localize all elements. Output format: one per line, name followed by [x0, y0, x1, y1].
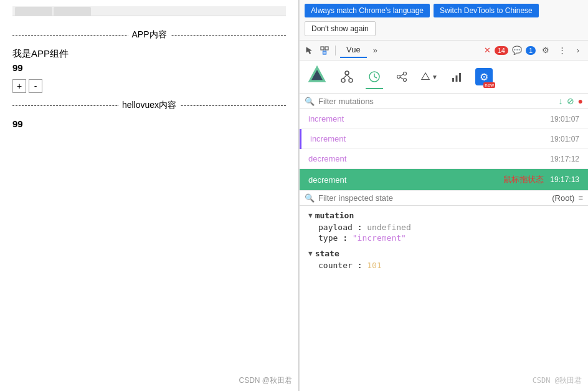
collapse-arrow: ▼	[308, 211, 313, 220]
hellovuex-section-label: hellovuex内容	[118, 100, 180, 111]
inspected-arrow-icon: ≡	[578, 193, 583, 203]
search-icon-2: 🔍	[305, 193, 315, 203]
svg-point-14	[404, 72, 407, 75]
left-panel: APP内容 我是APP组件 99 + - hellovuex内容 99 CSDN…	[0, 0, 299, 391]
increment-button[interactable]: +	[12, 79, 26, 93]
app-section-label: APP内容	[128, 29, 170, 41]
performance-icon[interactable]	[448, 68, 465, 85]
tab-more[interactable]: »	[369, 43, 381, 57]
devtools-toolbar: Vue » ✕ 14 💬 1 ⚙ ⋮ ›	[300, 41, 588, 60]
strip-tab-2[interactable]	[54, 7, 91, 16]
svg-rect-1	[325, 47, 328, 50]
right-panel: Always match Chrome's language Switch De…	[299, 0, 588, 391]
svg-line-8	[343, 75, 347, 79]
component-icon[interactable]	[318, 44, 331, 57]
vue-settings-icon[interactable]: ⚙ new	[475, 68, 493, 85]
mutation-time: 19:17:13	[550, 175, 579, 184]
mutation-section: ▼ mutation payload : undefined type : "i…	[308, 211, 579, 243]
notification-bar: Always match Chrome's language Switch De…	[300, 0, 588, 41]
svg-rect-20	[456, 75, 458, 82]
hellovuex-section: hellovuex内容	[12, 105, 286, 110]
mutation-name: increment	[308, 114, 550, 123]
message-badge: 1	[526, 46, 536, 55]
component-text: 我是APP组件	[12, 48, 286, 60]
mutation-item-wrapper: increment 19:01:07	[300, 129, 588, 149]
svg-point-13	[397, 75, 401, 79]
decrement-button[interactable]: -	[29, 79, 42, 93]
state-header[interactable]: ▼ state	[308, 249, 579, 258]
tab-strip	[12, 6, 286, 16]
more-options-icon[interactable]: ⋮	[556, 44, 568, 57]
mutation-status: 鼠标拖状态	[503, 174, 544, 185]
state-collapse-arrow: ▼	[308, 249, 313, 258]
record-icon[interactable]: ●	[578, 96, 583, 106]
vuex-store-icon[interactable]	[393, 68, 410, 85]
switch-devtools-button[interactable]: Switch DevTools to Chinese	[434, 4, 539, 17]
app-content-section: APP内容	[12, 35, 286, 39]
svg-rect-19	[452, 78, 454, 82]
mutation-label: mutation	[315, 211, 354, 220]
mutation-item[interactable]: decrement 19:17:12	[300, 149, 588, 169]
right-watermark: CSDN @秋田君	[533, 375, 582, 386]
type-key: type	[318, 233, 338, 243]
chevron-right-icon[interactable]: ›	[572, 44, 584, 57]
always-match-button[interactable]: Always match Chrome's language	[305, 4, 430, 17]
counter-value: 99	[12, 62, 286, 73]
dont-show-button[interactable]: Don't show again	[305, 21, 376, 36]
cursor-icon[interactable]	[303, 44, 316, 57]
hellovuex-value: 99	[12, 118, 286, 129]
mutation-payload-item: payload : undefined	[308, 223, 579, 232]
vue-logo	[306, 64, 328, 89]
inspected-bar: 🔍 (Root) ≡	[300, 191, 588, 206]
filter-inspected-input[interactable]	[318, 193, 548, 203]
state-label: state	[315, 249, 339, 258]
mutation-header[interactable]: ▼ mutation	[308, 211, 579, 220]
colon-3: :	[358, 261, 368, 270]
mutation-item[interactable]: increment 19:01:07	[300, 129, 588, 149]
btn-group: + -	[12, 79, 286, 93]
strip-tab-1[interactable]	[15, 7, 52, 16]
counter-key: counter	[318, 261, 353, 270]
svg-point-6	[341, 79, 345, 82]
svg-point-7	[349, 79, 353, 82]
colon-2: :	[343, 233, 353, 243]
toolbar-right: ✕ 14 💬 1 ⚙ ⋮ ›	[484, 44, 584, 57]
counter-item: counter : 101	[308, 261, 579, 270]
error-badge: 14	[495, 46, 508, 55]
mutation-item[interactable]: increment 19:01:07	[300, 109, 588, 129]
state-section: ▼ state counter : 101	[308, 249, 579, 270]
download-icon[interactable]: ↓	[559, 96, 563, 106]
active-bar	[300, 129, 301, 149]
tab-vue[interactable]: Vue	[340, 42, 367, 58]
mutation-name: decrement	[308, 154, 550, 163]
message-icon: 💬	[512, 46, 522, 55]
router-icon[interactable]: ▼	[420, 68, 438, 85]
payload-value: undefined	[367, 223, 410, 232]
svg-line-9	[347, 75, 351, 79]
payload-key: payload	[318, 223, 353, 232]
mutation-name: increment	[310, 134, 550, 143]
mutation-name: decrement	[308, 175, 497, 185]
mutation-item-active[interactable]: decrement 鼠标拖状态 19:17:13	[300, 169, 588, 191]
settings-icon[interactable]: ⚙	[539, 44, 552, 57]
timeline-icon[interactable]	[366, 68, 383, 85]
new-badge: new	[483, 82, 495, 88]
svg-rect-2	[323, 51, 326, 54]
svg-rect-21	[459, 73, 461, 82]
filter-mutations-bar: 🔍 ↓ ⊘ ●	[300, 94, 588, 109]
svg-point-5	[345, 71, 349, 75]
mutation-type-item: type : "increment"	[308, 233, 579, 243]
component-tree-icon[interactable]	[338, 68, 356, 85]
root-label: (Root)	[552, 193, 574, 203]
watermark: CSDN @秋田君	[239, 375, 292, 386]
mutation-time: 19:01:07	[550, 115, 579, 123]
error-icon: ✕	[484, 46, 491, 55]
toolbar-divider-1	[335, 46, 336, 56]
vue-icons-row: ▼ ⚙ new	[300, 60, 588, 94]
mutation-time: 19:01:07	[550, 135, 579, 143]
clear-icon[interactable]: ⊘	[567, 96, 574, 106]
colon-1: :	[358, 223, 368, 232]
state-tree: ▼ mutation payload : undefined type : "i…	[300, 206, 588, 391]
svg-marker-18	[422, 73, 430, 80]
filter-mutations-input[interactable]	[318, 97, 555, 106]
